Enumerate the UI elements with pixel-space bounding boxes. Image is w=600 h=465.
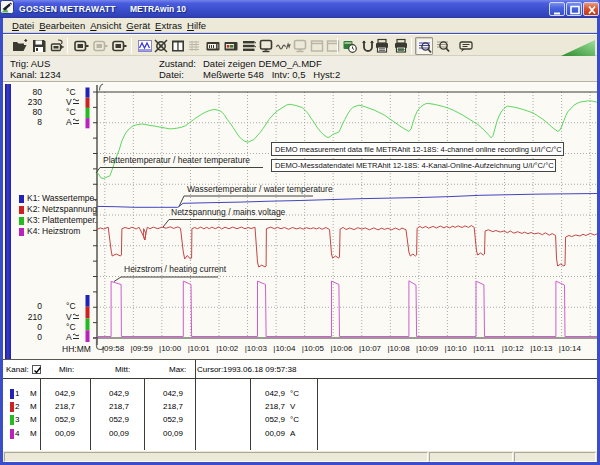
menu-datei[interactable]: Datei xyxy=(10,19,37,32)
send-device-button[interactable] xyxy=(110,37,128,55)
save-file-button[interactable] xyxy=(30,37,48,55)
export-button[interactable] xyxy=(49,37,67,55)
read-device-disabled-button[interactable] xyxy=(91,37,109,55)
save-file-icon xyxy=(31,38,47,54)
table-cell-mode: M xyxy=(30,429,37,438)
chart-yt-icon xyxy=(137,38,153,54)
measurement-table: Kanal:Min:Mitt:Max:Cursor:1993.06.18 09:… xyxy=(3,359,597,450)
crosshair-icon xyxy=(153,38,169,54)
menu-extras[interactable]: Extras xyxy=(153,19,185,32)
read-device-icon xyxy=(73,38,89,54)
open-file-button[interactable] xyxy=(11,37,29,55)
minimize-button[interactable] xyxy=(549,2,565,16)
table-cell-mode: M xyxy=(30,389,37,398)
read-device-disabled-icon xyxy=(92,38,108,54)
x-tick-label-10-13: |10:13 xyxy=(530,344,552,353)
zoom-in-active-button[interactable] xyxy=(415,37,433,55)
x-tick-label-10-04: |10:04 xyxy=(273,344,295,353)
statusbar xyxy=(3,450,597,462)
menubar: DateiBearbeitenAnsichtGerätExtrasHilfe xyxy=(3,18,597,33)
annotation-plattentemperatur[interactable]: Plattentemperatur / heater temperature xyxy=(103,155,250,165)
close-button[interactable] xyxy=(583,2,599,16)
titlebar[interactable]: GOSSEN METRAWATT METRAwin 10 xyxy=(0,0,600,18)
x-tick-label-10-08: |10:08 xyxy=(388,344,410,353)
monitor-disabled-button[interactable] xyxy=(291,37,309,55)
legend-label: K3: Plattentemper. xyxy=(27,215,97,226)
table-cell-cursor: 042,9 xyxy=(251,389,285,398)
table-header-mitt: Mitt: xyxy=(115,365,130,374)
ac-dc-icon xyxy=(72,97,80,106)
annotation-netzspannung[interactable]: Netzspannung / mains voltage xyxy=(171,207,285,217)
table-view-icon xyxy=(170,38,186,54)
record-clock-button[interactable] xyxy=(341,37,359,55)
annotation-demo-de[interactable]: DEMO-Messdatendatei METRAhit 12-18S: 4-K… xyxy=(271,159,556,173)
table-cell-channel: 2 xyxy=(15,402,19,411)
window-disabled-icon xyxy=(309,38,325,54)
annotation-demo-en[interactable]: DEMO measurement data file METRAhit 12-1… xyxy=(271,142,564,156)
legend-label: K4: Heizstrom xyxy=(27,226,80,237)
monitor-button[interactable] xyxy=(257,37,275,55)
display-config-icon xyxy=(223,38,239,54)
monitor-icon xyxy=(258,38,274,54)
annotation-heizstrom[interactable]: Heizstrom / heating current xyxy=(124,264,226,274)
x-tick-label-10-10: |10:10 xyxy=(445,344,467,353)
scale-unit: A xyxy=(66,332,80,343)
x-tick-label-10-06: |10:06 xyxy=(330,344,352,353)
table-cell-unit: °C xyxy=(290,389,299,398)
status-strip: Trig: AUS Kanal: 1234 Zustand: Datei zei… xyxy=(3,56,597,82)
x-tick-label-10-11: |10:11 xyxy=(473,344,495,353)
menu-hilfe[interactable]: Hilfe xyxy=(185,19,209,32)
table-cell-mitt: 042,9 xyxy=(95,389,129,398)
display-config-button[interactable] xyxy=(222,37,240,55)
menu-ansicht[interactable]: Ansicht xyxy=(88,19,124,32)
window-2-disabled-button[interactable] xyxy=(324,37,342,55)
table-cell-unit: °C xyxy=(290,415,299,424)
print-button[interactable] xyxy=(373,37,391,55)
table-cell-min: 042,9 xyxy=(41,389,75,398)
table-cell-mitt: 052,9 xyxy=(95,415,129,424)
annotation-wassertemperatur[interactable]: Wassertemperatur / water temperature xyxy=(187,184,333,194)
x-axis-unit-label: HH:MM xyxy=(62,344,91,354)
list-view-disabled-button[interactable] xyxy=(185,37,203,55)
minimize-icon xyxy=(550,3,566,17)
legend-color-swatch xyxy=(19,195,24,203)
toolbar-separator xyxy=(337,38,338,54)
x-tick-label-10-14: |10:14 xyxy=(559,344,581,353)
toolbar-separator xyxy=(411,38,412,54)
annotation-demo-de-text: DEMO-Messdatendatei METRAhit 12-18S: 4-K… xyxy=(275,161,554,170)
zoom-out-button[interactable] xyxy=(434,37,452,55)
table-cell-max: 218,7 xyxy=(149,402,183,411)
statusbar-section-3 xyxy=(514,452,596,462)
cursor-visible-checkbox[interactable] xyxy=(32,365,41,374)
x-tick-label-10-07: |10:07 xyxy=(359,344,381,353)
export-icon xyxy=(50,38,66,54)
menu-bearbeiten[interactable]: Bearbeiten xyxy=(37,19,88,32)
menu-gert[interactable]: Gerät xyxy=(124,19,153,32)
read-device-button[interactable] xyxy=(72,37,90,55)
corner-triangle-icon xyxy=(561,40,595,56)
table-cell-cursor: 218,7 xyxy=(251,402,285,411)
table-cell-unit: V xyxy=(290,402,295,411)
bargraph-view-button[interactable] xyxy=(240,37,258,55)
annotation-button[interactable] xyxy=(457,37,475,55)
legend-color-swatch xyxy=(19,228,24,236)
table-header-min: Min: xyxy=(59,365,74,374)
print-preview-icon xyxy=(393,38,409,54)
table-cell-mode: M xyxy=(30,402,37,411)
window-controls xyxy=(549,2,599,16)
ac-dc-icon xyxy=(72,312,80,321)
zoom-out-icon xyxy=(435,38,451,54)
legend-label: K2: Netzspannung xyxy=(27,204,97,215)
chart-overlay: 80°C230V80°C8A0°C210V0°C0A K1: Wassertem… xyxy=(3,82,597,359)
table-header-separator xyxy=(3,378,597,379)
record-clock-icon xyxy=(342,38,358,54)
crosshair-button[interactable] xyxy=(152,37,170,55)
maximize-icon xyxy=(567,3,583,17)
table-cell-mitt: 00,09 xyxy=(95,429,129,438)
table-cell-channel: 3 xyxy=(15,415,19,424)
waveform-button[interactable] xyxy=(274,37,292,55)
numeric-display-button[interactable] xyxy=(204,37,222,55)
print-preview-button[interactable] xyxy=(392,37,410,55)
annotation-demo-en-text: DEMO measurement data file METRAhit 12-1… xyxy=(275,145,562,154)
maximize-button[interactable] xyxy=(566,2,582,16)
